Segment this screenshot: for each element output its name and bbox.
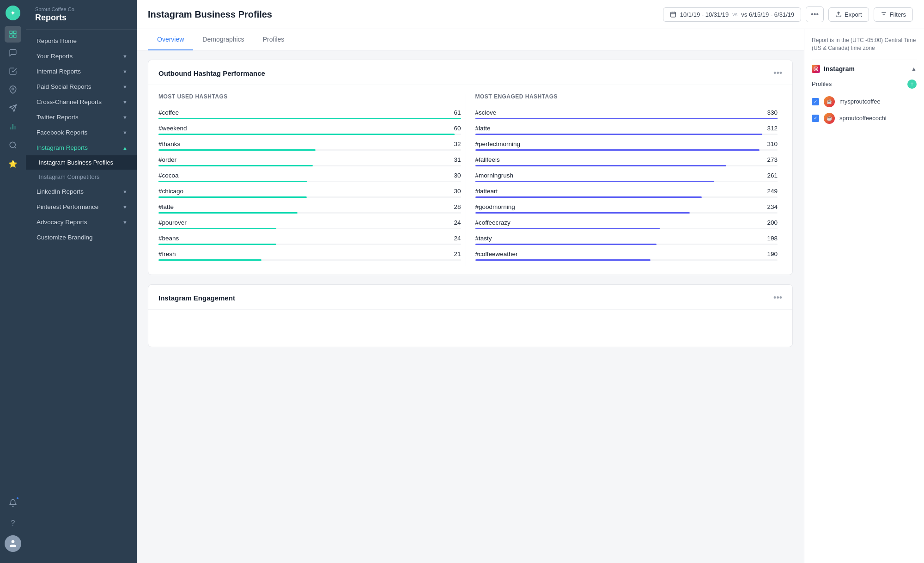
- hashtag-bar-fill: [158, 134, 455, 135]
- sidebar-subitem-instagram-business[interactable]: Instagram Business Profiles: [26, 155, 137, 170]
- instagram-engagement-card: Instagram Engagement •••: [148, 284, 793, 347]
- hashtag-row: #weekend 60: [158, 125, 461, 135]
- hashtag-row: #coffeeweather 190: [475, 251, 778, 261]
- sidebar-item-pinterest[interactable]: Pinterest Performance ▼: [26, 199, 137, 214]
- most-used-col: Most Used Hashtags #coffee 61 #weekend 6…: [158, 93, 466, 266]
- sidebar-nav: Reports Home Your Reports ▼ Internal Rep…: [26, 30, 137, 249]
- add-profile-button[interactable]: +: [907, 80, 917, 89]
- hashtag-count: 234: [767, 203, 778, 210]
- chevron-down-icon: ▼: [122, 189, 128, 195]
- profile-name: sproutcoffeecochi: [839, 115, 887, 122]
- tab-demographics[interactable]: Demographics: [193, 29, 253, 50]
- hashtag-count: 28: [454, 203, 461, 210]
- sidebar-item-instagram-reports[interactable]: Instagram Reports ▲: [26, 140, 137, 155]
- export-button[interactable]: Export: [828, 7, 869, 22]
- nav-icon-listening[interactable]: [5, 137, 21, 153]
- nav-icon-publish[interactable]: [5, 100, 21, 116]
- section-chevron-up-icon[interactable]: ▲: [911, 66, 917, 72]
- help-icon[interactable]: ?: [5, 515, 21, 532]
- chevron-down-icon: ▼: [122, 54, 128, 59]
- card-title-engagement: Instagram Engagement: [158, 294, 235, 302]
- col-header-most-engaged: Most Engaged Hashtags: [475, 93, 778, 103]
- vs-date-range-label: vs 6/15/19 - 6/31/19: [741, 11, 794, 18]
- hashtag-bar-fill: [475, 196, 702, 198]
- tabs-bar: Overview Demographics Profiles: [137, 29, 804, 50]
- card-more-button-engagement[interactable]: •••: [773, 293, 782, 303]
- profile-checkbox[interactable]: ✓: [812, 115, 819, 122]
- hashtag-row: #latte 28: [158, 203, 461, 214]
- sidebar-item-reports-home[interactable]: Reports Home: [26, 33, 137, 49]
- hashtag-bar-fill: [475, 134, 763, 135]
- export-label: Export: [845, 11, 862, 18]
- date-range-picker[interactable]: 10/1/19 - 10/31/19 vs vs 6/15/19 - 6/31/…: [663, 7, 801, 22]
- profile-item[interactable]: ✓ ☕ mysproutcoffee: [812, 93, 917, 110]
- sidebar-subitem-instagram-competitors[interactable]: Instagram Competitors: [26, 170, 137, 184]
- hashtag-bar-bg: [475, 212, 778, 214]
- hashtag-count: 60: [454, 125, 461, 132]
- nav-icon-tasks[interactable]: [5, 63, 21, 80]
- date-range-label: 10/1/19 - 10/31/19: [680, 11, 729, 18]
- hashtag-name: #weekend: [158, 125, 187, 132]
- hashtag-name: #sclove: [475, 109, 497, 116]
- hashtag-name: #latte: [158, 203, 174, 210]
- hashtag-bar-bg: [158, 134, 461, 135]
- sidebar-item-paid-social[interactable]: Paid Social Reports ▼: [26, 79, 137, 94]
- hashtag-bar-bg: [475, 149, 778, 151]
- card-more-button[interactable]: •••: [773, 68, 782, 78]
- card-body-hashtag: Most Used Hashtags #coffee 61 #weekend 6…: [148, 85, 792, 275]
- hashtag-row: #pourover 24: [158, 219, 461, 229]
- sidebar-item-internal-reports[interactable]: Internal Reports ▼: [26, 64, 137, 79]
- more-options-button[interactable]: •••: [806, 6, 824, 22]
- notification-icon[interactable]: [5, 495, 21, 511]
- hashtag-count: 190: [767, 251, 778, 257]
- hashtag-name: #thanks: [158, 141, 180, 147]
- hashtag-bar-fill: [158, 165, 313, 166]
- hashtag-bar-bg: [158, 181, 461, 182]
- hashtag-name: #coffeeweather: [475, 251, 518, 257]
- hashtag-bar-bg: [158, 228, 461, 229]
- hashtag-count: 273: [767, 156, 778, 163]
- nav-icon-pin[interactable]: [5, 81, 21, 98]
- nav-icon-advocacy[interactable]: ⭐: [5, 155, 21, 172]
- tab-profiles[interactable]: Profiles: [254, 29, 294, 50]
- sidebar-item-advocacy[interactable]: Advocacy Reports ▼: [26, 214, 137, 230]
- tab-overview[interactable]: Overview: [148, 29, 193, 50]
- hashtag-bar-fill: [475, 228, 660, 229]
- user-avatar[interactable]: [5, 535, 21, 552]
- company-name: Sprout Coffee Co.: [35, 6, 128, 12]
- hashtag-performance-card: Outbound Hashtag Performance ••• Most Us…: [148, 60, 793, 275]
- profiles-label: Profiles: [812, 80, 832, 87]
- hashtag-row: #tasty 198: [475, 235, 778, 245]
- hashtag-count: 32: [454, 141, 461, 147]
- nav-icon-reports[interactable]: [5, 26, 21, 43]
- profile-item[interactable]: ✓ ☕ sproutcoffeecochi: [812, 110, 917, 127]
- hashtag-name: #tasty: [475, 235, 492, 242]
- hashtag-columns: Most Used Hashtags #coffee 61 #weekend 6…: [158, 93, 782, 266]
- hashtag-name: #latte: [475, 125, 491, 132]
- cards-area: Outbound Hashtag Performance ••• Most Us…: [137, 50, 804, 366]
- content-layout: Overview Demographics Profiles Outbound …: [137, 29, 924, 563]
- filters-button[interactable]: Filters: [874, 7, 913, 22]
- brand-icon[interactable]: ✦: [6, 6, 20, 20]
- hashtag-count: 21: [454, 251, 461, 257]
- sidebar-item-your-reports[interactable]: Your Reports ▼: [26, 49, 137, 64]
- chevron-down-icon: ▼: [122, 115, 128, 120]
- hashtag-bar-bg: [475, 118, 778, 119]
- calendar-icon: [670, 11, 676, 18]
- hashtag-bar-fill: [158, 244, 276, 245]
- profile-checkbox[interactable]: ✓: [812, 98, 819, 105]
- hashtag-count: 200: [767, 219, 778, 226]
- nav-icon-analytics[interactable]: [5, 118, 21, 135]
- hashtag-count: 330: [767, 109, 778, 116]
- hashtag-bar-fill: [158, 181, 307, 182]
- sidebar-item-facebook[interactable]: Facebook Reports ▼: [26, 125, 137, 140]
- sidebar-item-linkedin[interactable]: LinkedIn Reports ▼: [26, 184, 137, 199]
- hashtag-bar-bg: [475, 165, 778, 166]
- hashtag-bar-fill: [158, 196, 307, 198]
- sidebar-item-twitter[interactable]: Twitter Reports ▼: [26, 110, 137, 125]
- check-icon: ✓: [814, 116, 817, 121]
- hashtag-count: 198: [767, 235, 778, 242]
- sidebar-item-branding[interactable]: Customize Branding: [26, 230, 137, 245]
- nav-icon-inbox[interactable]: [5, 44, 21, 61]
- sidebar-item-cross-channel[interactable]: Cross-Channel Reports ▼: [26, 94, 137, 110]
